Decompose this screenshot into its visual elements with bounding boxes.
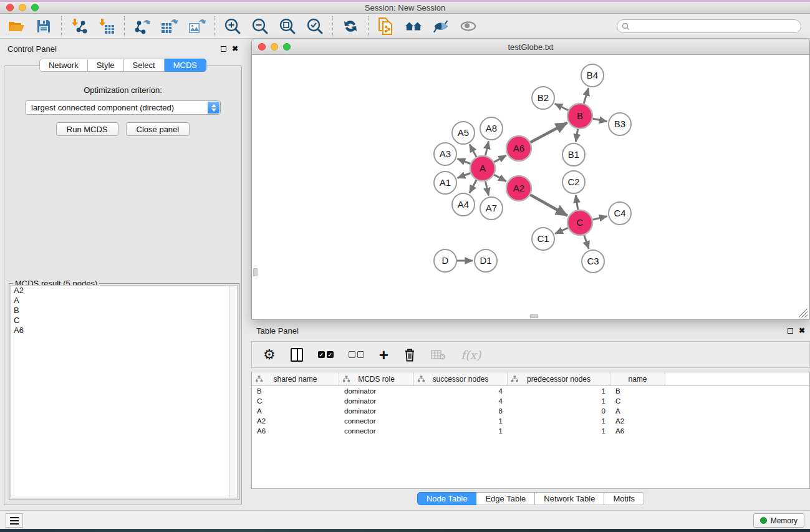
zoom-out-icon[interactable]: [251, 17, 269, 35]
edge-A2-C[interactable]: [530, 195, 567, 215]
column-header-MCDS-role[interactable]: MCDS role: [339, 372, 414, 385]
table-row-C[interactable]: Cdominator41C: [252, 396, 809, 406]
zoom-window-button[interactable]: [31, 4, 39, 11]
edge-A-A4[interactable]: [470, 180, 476, 193]
cell-MCDS-role: dominator: [339, 407, 414, 415]
close-panel-icon[interactable]: ✖: [232, 46, 238, 52]
run-mcds-button[interactable]: Run MCDS: [56, 122, 118, 136]
cell-MCDS-role: dominator: [339, 387, 414, 395]
edge-C-C3[interactable]: [584, 235, 589, 249]
column-header-shared-name[interactable]: shared name: [252, 372, 339, 385]
result-item-A6[interactable]: A6: [11, 326, 237, 336]
edge-A-A6[interactable]: [494, 155, 506, 162]
edge-B-B4[interactable]: [584, 88, 589, 104]
import-table-icon[interactable]: [98, 17, 115, 35]
select-all-columns-icon[interactable]: ✓✓: [318, 347, 334, 363]
desktop-edge-bottom: [0, 529, 810, 532]
cell-successor-nodes: 1: [414, 427, 508, 435]
unselect-all-columns-icon[interactable]: [349, 347, 364, 363]
memory-button[interactable]: Memory: [753, 513, 804, 528]
table-header-row: shared nameMCDS rolesuccessor nodesprede…: [252, 372, 809, 386]
vertical-scroll-nub[interactable]: [253, 268, 258, 276]
export-image-icon[interactable]: [188, 17, 206, 35]
column-header-name[interactable]: name: [610, 372, 665, 385]
network-canvas[interactable]: B4B2BB3A8A5A6B1A3AC2A1A2A4A7C4CC1C3DD1: [253, 56, 808, 318]
result-item-A2[interactable]: A2: [11, 286, 237, 296]
minimize-window-button[interactable]: [19, 4, 26, 11]
cell-name: A: [610, 407, 665, 415]
save-session-icon[interactable]: [35, 17, 52, 35]
edge-A-A1[interactable]: [458, 173, 471, 178]
cell-name: A2: [610, 417, 665, 425]
delete-column-icon[interactable]: [403, 347, 416, 363]
edge-A-A2[interactable]: [494, 175, 506, 181]
table-settings-gear-icon[interactable]: ⚙: [263, 347, 276, 363]
criterion-dropdown[interactable]: largest connected component (directed): [25, 100, 221, 115]
network-close-button[interactable]: [258, 43, 266, 51]
edge-A-A7[interactable]: [485, 181, 488, 196]
node-label-A6: A6: [513, 143, 524, 153]
tab-select[interactable]: Select: [124, 59, 165, 72]
cell-shared-name: A6: [252, 427, 339, 435]
network-from-file-icon[interactable]: [377, 17, 395, 35]
add-column-icon[interactable]: +: [379, 347, 388, 363]
show-panel-eye-icon[interactable]: [460, 17, 477, 35]
tab-node-table[interactable]: Node Table: [417, 492, 477, 505]
edge-A-A5[interactable]: [470, 144, 476, 157]
zoom-in-icon[interactable]: [224, 17, 241, 35]
edge-A-A8[interactable]: [485, 142, 488, 156]
search-input[interactable]: [617, 19, 801, 33]
window-resize-grip[interactable]: [799, 309, 808, 317]
open-session-icon[interactable]: [7, 17, 25, 35]
export-table-icon[interactable]: [161, 17, 178, 35]
refresh-view-icon[interactable]: [342, 17, 359, 35]
result-scrollbar[interactable]: [229, 286, 237, 498]
edge-B-B3[interactable]: [593, 118, 607, 122]
delete-table-icon[interactable]: [431, 347, 446, 363]
tab-style[interactable]: Style: [88, 59, 124, 72]
tab-network[interactable]: Network: [39, 59, 88, 72]
table-close-icon[interactable]: ✖: [799, 327, 805, 334]
table-row-A[interactable]: Adominator80A: [252, 406, 809, 416]
function-builder-icon[interactable]: f(x): [461, 347, 481, 363]
tab-mcds[interactable]: MCDS: [165, 59, 206, 72]
import-network-icon[interactable]: [70, 17, 88, 35]
tab-network-table[interactable]: Network Table: [535, 492, 604, 505]
table-row-A6[interactable]: A6connector11A6: [252, 426, 809, 436]
close-window-button[interactable]: [6, 4, 14, 11]
tab-motifs[interactable]: Motifs: [604, 492, 644, 505]
mcds-result-list: A2ABCA6: [11, 285, 238, 498]
home-layout-icon[interactable]: [405, 17, 422, 35]
column-header-predecessor-nodes[interactable]: predecessor nodes: [508, 372, 610, 385]
edge-C-C1[interactable]: [555, 228, 568, 233]
network-window-titlebar[interactable]: testGlobe.txt: [252, 39, 809, 55]
table-tabs: Node TableEdge TableNetwork TableMotifs: [417, 492, 644, 505]
close-panel-button[interactable]: Close panel: [126, 122, 190, 136]
tab-edge-table[interactable]: Edge Table: [476, 492, 535, 505]
table-row-B[interactable]: Bdominator41B: [252, 386, 809, 396]
table-row-A2[interactable]: A2connector11A2: [252, 416, 809, 426]
network-minimize-button[interactable]: [271, 43, 278, 51]
result-item-B[interactable]: B: [11, 306, 237, 316]
task-history-button[interactable]: [6, 513, 23, 528]
node-label-A: A: [480, 163, 486, 173]
edge-C-C2[interactable]: [576, 195, 578, 210]
cell-shared-name: B: [252, 387, 339, 395]
edge-A6-B[interactable]: [531, 123, 567, 142]
edge-A-A3[interactable]: [458, 159, 471, 164]
column-header-successor-nodes[interactable]: successor nodes: [414, 372, 508, 385]
network-zoom-button[interactable]: [283, 43, 291, 51]
edge-B-B1[interactable]: [576, 129, 577, 142]
edge-B-B2[interactable]: [555, 104, 568, 110]
show-column-icon[interactable]: [291, 347, 303, 363]
hide-panel-icon[interactable]: [432, 17, 450, 35]
export-network-icon[interactable]: [133, 17, 151, 35]
zoom-fit-icon[interactable]: [279, 17, 296, 35]
result-item-C[interactable]: C: [11, 316, 237, 326]
result-item-A[interactable]: A: [11, 296, 237, 306]
table-float-icon[interactable]: [788, 328, 793, 334]
horizontal-scroll-nub[interactable]: [530, 314, 538, 318]
float-panel-icon[interactable]: [221, 46, 226, 52]
zoom-selected-icon[interactable]: [306, 17, 324, 35]
edge-C-C4[interactable]: [592, 216, 607, 220]
